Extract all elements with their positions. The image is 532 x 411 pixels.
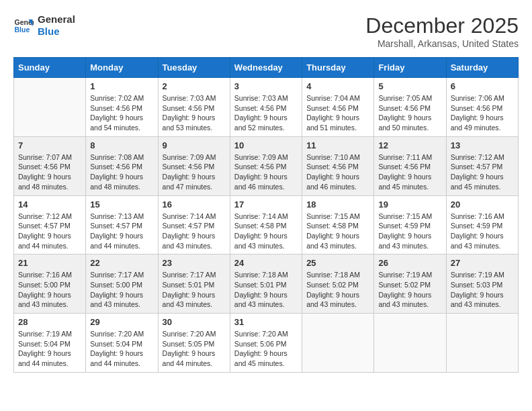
day-info: Sunrise: 7:15 AMSunset: 4:58 PMDaylight:…	[306, 212, 369, 251]
calendar-cell: 19Sunrise: 7:15 AMSunset: 4:59 PMDayligh…	[374, 195, 446, 255]
calendar-cell: 23Sunrise: 7:17 AMSunset: 5:01 PMDayligh…	[158, 255, 230, 314]
day-number: 2	[163, 81, 226, 91]
weekday-header-tuesday: Tuesday	[158, 58, 230, 78]
weekday-header-friday: Friday	[374, 58, 446, 78]
logo: General Blue General Blue General Blue	[13, 13, 75, 38]
day-info: Sunrise: 7:17 AMSunset: 5:01 PMDaylight:…	[163, 270, 226, 310]
day-info: Sunrise: 7:12 AMSunset: 4:57 PMDaylight:…	[18, 212, 81, 251]
weekday-header-row: SundayMondayTuesdayWednesdayThursdayFrid…	[14, 58, 519, 78]
calendar-cell: 11Sunrise: 7:10 AMSunset: 4:56 PMDayligh…	[302, 136, 374, 195]
day-info: Sunrise: 7:09 AMSunset: 4:56 PMDaylight:…	[163, 152, 226, 192]
day-number: 3	[234, 81, 298, 91]
calendar-cell: 24Sunrise: 7:18 AMSunset: 5:01 PMDayligh…	[230, 255, 302, 314]
day-info: Sunrise: 7:20 AMSunset: 5:05 PMDaylight:…	[163, 329, 226, 369]
calendar-cell	[14, 78, 86, 137]
day-number: 18	[306, 199, 369, 210]
calendar-week-row: 7Sunrise: 7:07 AMSunset: 4:56 PMDaylight…	[14, 136, 519, 195]
calendar-cell	[446, 314, 518, 373]
day-number: 29	[90, 317, 153, 327]
calendar-cell: 31Sunrise: 7:20 AMSunset: 5:06 PMDayligh…	[230, 314, 302, 373]
page-header: General Blue General Blue General Blue D…	[13, 13, 519, 49]
calendar-cell: 29Sunrise: 7:20 AMSunset: 5:04 PMDayligh…	[86, 314, 158, 373]
day-info: Sunrise: 7:18 AMSunset: 5:02 PMDaylight:…	[306, 270, 369, 310]
day-info: Sunrise: 7:16 AMSunset: 4:59 PMDaylight:…	[451, 212, 514, 251]
day-number: 5	[378, 81, 441, 91]
calendar-cell: 9Sunrise: 7:09 AMSunset: 4:56 PMDaylight…	[158, 136, 230, 195]
day-info: Sunrise: 7:17 AMSunset: 5:00 PMDaylight:…	[90, 270, 153, 310]
calendar-cell: 17Sunrise: 7:14 AMSunset: 4:58 PMDayligh…	[230, 195, 302, 255]
day-info: Sunrise: 7:10 AMSunset: 4:56 PMDaylight:…	[306, 152, 369, 192]
calendar-cell: 27Sunrise: 7:19 AMSunset: 5:03 PMDayligh…	[446, 255, 518, 314]
day-info: Sunrise: 7:14 AMSunset: 4:57 PMDaylight:…	[163, 212, 226, 251]
weekday-header-wednesday: Wednesday	[230, 58, 302, 78]
day-info: Sunrise: 7:13 AMSunset: 4:57 PMDaylight:…	[90, 212, 153, 251]
logo-icon: General Blue	[13, 15, 34, 36]
calendar-body: 1Sunrise: 7:02 AMSunset: 4:56 PMDaylight…	[14, 78, 519, 373]
day-number: 1	[90, 81, 153, 91]
calendar-header: SundayMondayTuesdayWednesdayThursdayFrid…	[14, 58, 519, 78]
day-info: Sunrise: 7:05 AMSunset: 4:56 PMDaylight:…	[378, 93, 441, 133]
calendar-cell: 15Sunrise: 7:13 AMSunset: 4:57 PMDayligh…	[86, 195, 158, 255]
calendar-cell: 30Sunrise: 7:20 AMSunset: 5:05 PMDayligh…	[158, 314, 230, 373]
day-number: 24	[234, 258, 298, 268]
day-number: 8	[90, 140, 153, 150]
calendar-cell: 25Sunrise: 7:18 AMSunset: 5:02 PMDayligh…	[302, 255, 374, 314]
day-info: Sunrise: 7:02 AMSunset: 4:56 PMDaylight:…	[90, 93, 153, 133]
calendar-cell: 20Sunrise: 7:16 AMSunset: 4:59 PMDayligh…	[446, 195, 518, 255]
day-number: 13	[451, 140, 514, 150]
day-info: Sunrise: 7:08 AMSunset: 4:56 PMDaylight:…	[90, 152, 153, 192]
calendar-cell: 13Sunrise: 7:12 AMSunset: 4:57 PMDayligh…	[446, 136, 518, 195]
calendar-cell: 4Sunrise: 7:04 AMSunset: 4:56 PMDaylight…	[302, 78, 374, 137]
svg-text:Blue: Blue	[15, 26, 30, 34]
logo-text-general: General	[38, 13, 75, 26]
calendar-cell: 12Sunrise: 7:11 AMSunset: 4:56 PMDayligh…	[374, 136, 446, 195]
day-number: 20	[451, 199, 514, 210]
main-title: December 2025	[365, 13, 519, 38]
subtitle: Marshall, Arkansas, United States	[365, 38, 519, 49]
day-number: 25	[306, 258, 369, 268]
day-info: Sunrise: 7:20 AMSunset: 5:06 PMDaylight:…	[234, 329, 298, 369]
day-info: Sunrise: 7:11 AMSunset: 4:56 PMDaylight:…	[378, 152, 441, 192]
calendar-week-row: 14Sunrise: 7:12 AMSunset: 4:57 PMDayligh…	[14, 195, 519, 255]
day-info: Sunrise: 7:09 AMSunset: 4:56 PMDaylight:…	[234, 152, 298, 192]
weekday-header-sunday: Sunday	[14, 58, 86, 78]
day-info: Sunrise: 7:20 AMSunset: 5:04 PMDaylight:…	[90, 329, 153, 369]
day-info: Sunrise: 7:15 AMSunset: 4:59 PMDaylight:…	[378, 212, 441, 251]
day-number: 7	[18, 140, 81, 150]
calendar-cell: 10Sunrise: 7:09 AMSunset: 4:56 PMDayligh…	[230, 136, 302, 195]
calendar-cell	[374, 314, 446, 373]
day-info: Sunrise: 7:06 AMSunset: 4:56 PMDaylight:…	[451, 93, 514, 133]
calendar-cell: 22Sunrise: 7:17 AMSunset: 5:00 PMDayligh…	[86, 255, 158, 314]
day-info: Sunrise: 7:19 AMSunset: 5:04 PMDaylight:…	[18, 329, 81, 369]
weekday-header-monday: Monday	[86, 58, 158, 78]
day-number: 16	[163, 199, 226, 210]
calendar-table: SundayMondayTuesdayWednesdayThursdayFrid…	[13, 57, 519, 373]
calendar-week-row: 1Sunrise: 7:02 AMSunset: 4:56 PMDaylight…	[14, 78, 519, 137]
day-number: 6	[451, 81, 514, 91]
day-info: Sunrise: 7:04 AMSunset: 4:56 PMDaylight:…	[306, 93, 369, 133]
calendar-cell: 6Sunrise: 7:06 AMSunset: 4:56 PMDaylight…	[446, 78, 518, 137]
logo-text-blue: Blue	[38, 26, 75, 38]
calendar-cell: 7Sunrise: 7:07 AMSunset: 4:56 PMDaylight…	[14, 136, 86, 195]
day-info: Sunrise: 7:12 AMSunset: 4:57 PMDaylight:…	[451, 152, 514, 192]
day-info: Sunrise: 7:14 AMSunset: 4:58 PMDaylight:…	[234, 212, 298, 251]
day-number: 14	[18, 199, 81, 210]
calendar-week-row: 21Sunrise: 7:16 AMSunset: 5:00 PMDayligh…	[14, 255, 519, 314]
calendar-week-row: 28Sunrise: 7:19 AMSunset: 5:04 PMDayligh…	[14, 314, 519, 373]
day-number: 15	[90, 199, 153, 210]
weekday-header-thursday: Thursday	[302, 58, 374, 78]
calendar-cell: 26Sunrise: 7:19 AMSunset: 5:02 PMDayligh…	[374, 255, 446, 314]
day-number: 9	[163, 140, 226, 150]
calendar-cell: 21Sunrise: 7:16 AMSunset: 5:00 PMDayligh…	[14, 255, 86, 314]
day-info: Sunrise: 7:16 AMSunset: 5:00 PMDaylight:…	[18, 270, 81, 310]
day-number: 31	[234, 317, 298, 327]
calendar-cell: 3Sunrise: 7:03 AMSunset: 4:56 PMDaylight…	[230, 78, 302, 137]
calendar-cell: 18Sunrise: 7:15 AMSunset: 4:58 PMDayligh…	[302, 195, 374, 255]
calendar-cell: 2Sunrise: 7:03 AMSunset: 4:56 PMDaylight…	[158, 78, 230, 137]
day-number: 12	[378, 140, 441, 150]
calendar-cell	[302, 314, 374, 373]
day-number: 26	[378, 258, 441, 268]
day-number: 17	[234, 199, 298, 210]
calendar-cell: 14Sunrise: 7:12 AMSunset: 4:57 PMDayligh…	[14, 195, 86, 255]
day-info: Sunrise: 7:07 AMSunset: 4:56 PMDaylight:…	[18, 152, 81, 192]
